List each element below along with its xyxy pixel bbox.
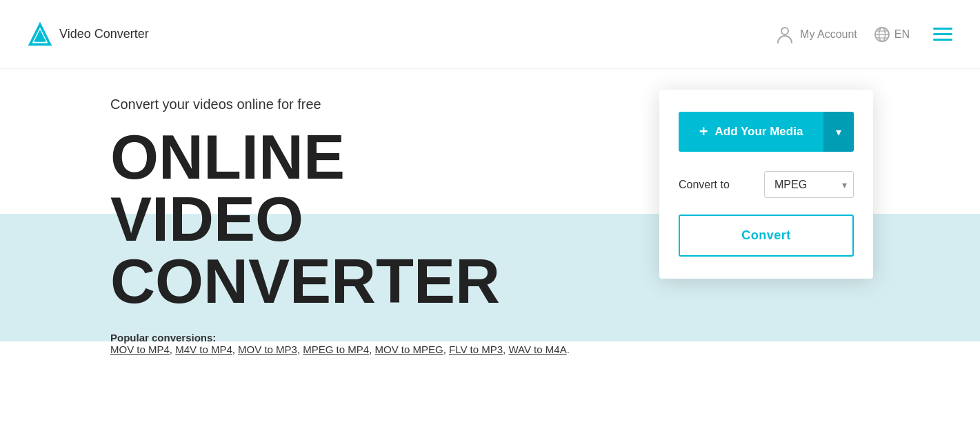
conversion-link-1[interactable]: MOV to MP4 (110, 344, 170, 355)
hamburger-line-2 (933, 33, 952, 35)
format-select[interactable]: MPEG MP4 MP3 AVI MOV WMV MKV M4V FLV WAV… (764, 171, 854, 198)
convert-to-row: Convert to MPEG MP4 MP3 AVI MOV WMV MKV … (679, 171, 854, 198)
svg-point-2 (781, 28, 788, 34)
main-content: Convert your videos online for free ONLI… (0, 69, 980, 438)
user-icon (775, 25, 794, 44)
format-select-wrapper: MPEG MP4 MP3 AVI MOV WMV MKV M4V FLV WAV… (764, 171, 854, 198)
hamburger-line-3 (933, 39, 952, 41)
add-media-row: + Add Your Media ▾ (679, 112, 854, 152)
header: Video Converter My Account EN (0, 0, 980, 69)
convert-to-label: Convert to (679, 179, 730, 191)
conversion-link-5[interactable]: MOV to MPEG (374, 344, 443, 355)
convert-button[interactable]: Convert (679, 215, 854, 257)
conversion-link-3[interactable]: MOV to MP3 (238, 344, 297, 355)
popular-conversions: Popular conversions: MOV to MP4, M4V to … (0, 312, 980, 355)
conversion-link-7[interactable]: WAV to M4A (508, 344, 566, 355)
globe-icon (874, 26, 890, 43)
hamburger-line-1 (933, 28, 952, 30)
my-account-link[interactable]: My Account (775, 25, 857, 44)
logo-text: Video Converter (59, 27, 149, 41)
hamburger-menu[interactable] (933, 28, 952, 41)
add-media-button[interactable]: + Add Your Media (679, 112, 823, 152)
logo-icon (28, 22, 52, 47)
chevron-down-icon: ▾ (836, 126, 841, 139)
converter-card: + Add Your Media ▾ Convert to MPEG MP4 M… (659, 90, 873, 279)
conversion-link-2[interactable]: M4V to MP4 (175, 344, 232, 355)
conversion-link-6[interactable]: FLV to MP3 (449, 344, 503, 355)
my-account-label: My Account (800, 28, 857, 41)
conversion-link-4[interactable]: MPEG to MP4 (303, 344, 369, 355)
logo[interactable]: Video Converter (28, 22, 149, 47)
add-media-dropdown-button[interactable]: ▾ (823, 112, 854, 152)
language-selector[interactable]: EN (874, 26, 910, 43)
add-media-label: Add Your Media (715, 125, 803, 139)
popular-label: Popular conversions: (110, 332, 216, 344)
header-right: My Account EN (775, 25, 952, 44)
lang-label: EN (894, 28, 910, 41)
plus-icon: + (699, 124, 708, 139)
